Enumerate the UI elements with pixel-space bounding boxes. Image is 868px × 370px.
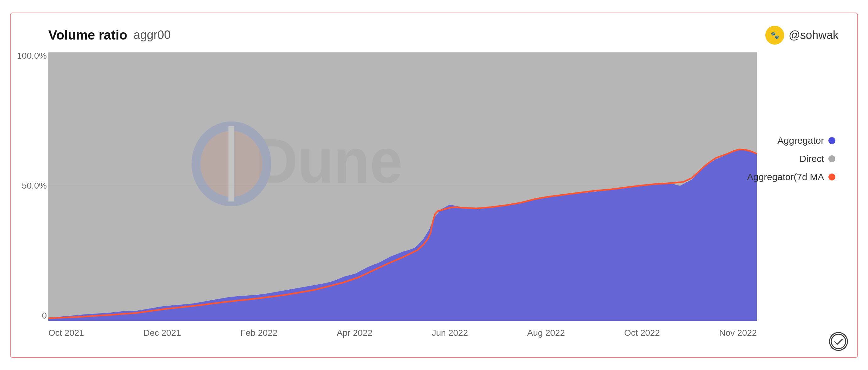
svg-text:Dune: Dune [255, 126, 403, 196]
x-label-oct21: Oct 2021 [49, 328, 84, 338]
y-axis: 100.0% 50.0% 0 [17, 51, 47, 321]
x-label-oct22: Oct 2022 [624, 328, 660, 338]
svg-point-10 [831, 334, 846, 349]
x-label-feb22: Feb 2022 [240, 328, 277, 338]
x-label-apr22: Apr 2022 [337, 328, 372, 338]
user-icon: 🐾 [765, 26, 784, 44]
legend-dot-ma [829, 173, 835, 180]
legend-dot-direct [829, 155, 835, 162]
legend-item-direct: Direct [747, 154, 835, 164]
user-badge: 🐾 @sohwak [765, 26, 838, 44]
legend-label-aggregator: Aggregator [778, 135, 824, 146]
legend-label-ma: Aggregator(7d MA [747, 172, 824, 182]
y-label-50: 50.0% [22, 181, 47, 191]
x-label-aug22: Aug 2022 [527, 328, 565, 338]
username: @sohwak [788, 29, 838, 42]
chart-svg: Dune [49, 51, 757, 321]
x-label-dec21: Dec 2021 [143, 328, 181, 338]
x-label-nov22: Nov 2022 [719, 328, 757, 338]
x-axis: Oct 2021 Dec 2021 Feb 2022 Apr 2022 Jun … [49, 328, 757, 338]
chart-area: 100.0% 50.0% 0 Dune [49, 51, 838, 321]
legend-item-aggregator: Aggregator [747, 135, 835, 146]
chart-header: Volume ratio aggr00 🐾 @sohwak [49, 26, 838, 44]
x-label-jun22: Jun 2022 [432, 328, 468, 338]
y-label-0: 0 [42, 311, 47, 321]
y-label-100: 100.0% [17, 51, 47, 61]
watermark: Dune [196, 126, 403, 201]
legend-dot-aggregator [829, 137, 835, 144]
chart-title: Volume ratio [49, 28, 127, 43]
chart-container: Volume ratio aggr00 🐾 @sohwak 100.0% 50.… [10, 12, 858, 358]
legend-label-direct: Direct [800, 154, 824, 164]
checkmark-icon [829, 332, 848, 351]
legend-item-ma: Aggregator(7d MA [747, 172, 835, 182]
legend: Aggregator Direct Aggregator(7d MA [747, 135, 835, 182]
title-group: Volume ratio aggr00 [49, 28, 171, 43]
svg-text:🐾: 🐾 [771, 31, 779, 39]
chart-subtitle: aggr00 [133, 28, 170, 42]
